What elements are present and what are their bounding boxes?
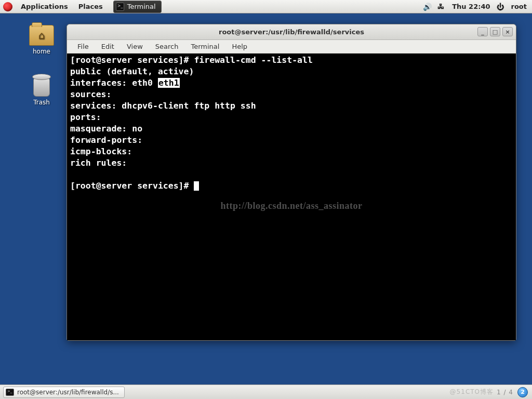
power-icon[interactable]: ⏻ bbox=[497, 3, 505, 11]
terminal-line: public (default, active) bbox=[70, 66, 513, 77]
workspace-badge[interactable]: 2 bbox=[517, 387, 528, 397]
menu-terminal[interactable]: Terminal bbox=[184, 43, 225, 50]
terminal-line: [root@server services]# firewall-cmd --l… bbox=[70, 55, 513, 66]
top-panel: Applications Places Terminal 🔊 🖧 Thu 22:… bbox=[0, 0, 532, 14]
clock[interactable]: Thu 22:40 bbox=[452, 3, 490, 10]
places-menu[interactable]: Places bbox=[73, 3, 108, 10]
terminal-line: masquerade: no bbox=[70, 123, 513, 135]
terminal-line: services: dhcpv6-client ftp http ssh bbox=[70, 100, 513, 112]
menu-edit[interactable]: Edit bbox=[95, 43, 121, 50]
bottom-panel: root@server:/usr/lib/firewalld/s... @51C… bbox=[0, 384, 532, 399]
cursor-icon bbox=[194, 181, 199, 191]
trash-icon bbox=[31, 73, 52, 97]
taskbar-terminal-button[interactable]: Terminal bbox=[113, 1, 162, 13]
user-label[interactable]: root bbox=[511, 3, 527, 10]
workspace-pager-label: 1 / 4 bbox=[497, 389, 513, 396]
terminal-line: interfaces: eth0 eth1 bbox=[70, 77, 513, 89]
distro-logo-icon bbox=[3, 2, 12, 11]
network-icon[interactable]: 🖧 bbox=[437, 3, 446, 11]
window-minimize-button[interactable]: _ bbox=[477, 27, 488, 36]
taskbar-item-terminal[interactable]: root@server:/usr/lib/firewalld/s... bbox=[3, 387, 125, 398]
window-maximize-button[interactable]: □ bbox=[490, 27, 500, 36]
menu-view[interactable]: View bbox=[121, 43, 149, 50]
faint-watermark: @51CTO博客 bbox=[450, 388, 494, 396]
terminal-icon bbox=[6, 389, 14, 396]
terminal-line: icmp-blocks: bbox=[70, 146, 513, 157]
desktop-icon-trash[interactable]: Trash bbox=[21, 73, 62, 106]
system-tray: 🔊 🖧 Thu 22:40 ⏻ root bbox=[423, 3, 532, 11]
folder-icon: ⌂ bbox=[29, 25, 54, 46]
terminal-line: [root@server services]# bbox=[70, 180, 513, 192]
taskbar-item-label: root@server:/usr/lib/firewalld/s... bbox=[17, 389, 119, 396]
terminal-line: rich rules: bbox=[70, 157, 513, 169]
menu-search[interactable]: Search bbox=[149, 43, 185, 50]
terminal-window: root@server:/usr/lib/firewalld/services … bbox=[66, 24, 516, 341]
window-titlebar[interactable]: root@server:/usr/lib/firewalld/services … bbox=[67, 24, 516, 40]
desktop-icon-home[interactable]: ⌂ home bbox=[21, 25, 62, 55]
terminal-line: forward-ports: bbox=[70, 135, 513, 146]
menu-file[interactable]: File bbox=[71, 43, 95, 50]
desktop-icon-label: home bbox=[21, 48, 62, 55]
terminal-body[interactable]: [root@server services]# firewall-cmd --l… bbox=[67, 54, 516, 340]
selection-highlight: eth1 bbox=[158, 78, 180, 88]
desktop-icon-label: Trash bbox=[21, 99, 62, 106]
menu-help[interactable]: Help bbox=[225, 43, 254, 50]
taskbar-terminal-label: Terminal bbox=[127, 3, 156, 10]
applications-menu[interactable]: Applications bbox=[16, 3, 73, 10]
window-title: root@server:/usr/lib/firewalld/services bbox=[219, 28, 364, 36]
volume-icon[interactable]: 🔊 bbox=[423, 3, 431, 11]
terminal-icon bbox=[116, 3, 124, 11]
window-close-button[interactable]: × bbox=[502, 27, 513, 36]
terminal-line bbox=[70, 169, 513, 180]
terminal-line: ports: bbox=[70, 112, 513, 123]
watermark-text: http://blog.csdn.net/ass_assinator bbox=[67, 200, 516, 211]
terminal-line: sources: bbox=[70, 89, 513, 100]
terminal-menubar: File Edit View Search Terminal Help bbox=[67, 40, 516, 54]
